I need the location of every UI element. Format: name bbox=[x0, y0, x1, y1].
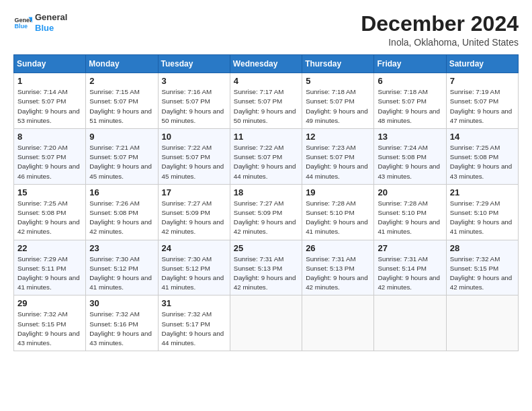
calendar-cell bbox=[302, 295, 374, 351]
day-info: Sunrise: 7:29 AMSunset: 5:11 PMDaylight:… bbox=[17, 255, 82, 293]
day-info: Sunrise: 7:22 AMSunset: 5:07 PMDaylight:… bbox=[162, 143, 226, 181]
calendar-cell: 3Sunrise: 7:16 AMSunset: 5:07 PMDaylight… bbox=[158, 73, 230, 129]
day-number: 31 bbox=[162, 298, 226, 308]
day-info: Sunrise: 7:23 AMSunset: 5:07 PMDaylight:… bbox=[306, 143, 370, 181]
day-info: Sunrise: 7:30 AMSunset: 5:12 PMDaylight:… bbox=[89, 255, 154, 293]
calendar-cell: 25Sunrise: 7:31 AMSunset: 5:13 PMDayligh… bbox=[230, 240, 302, 295]
calendar-cell: 30Sunrise: 7:32 AMSunset: 5:16 PMDayligh… bbox=[86, 295, 158, 351]
calendar-cell bbox=[446, 295, 518, 351]
col-header-sunday: Sunday bbox=[14, 55, 86, 73]
calendar-cell: 20Sunrise: 7:28 AMSunset: 5:10 PMDayligh… bbox=[374, 184, 446, 240]
day-info: Sunrise: 7:27 AMSunset: 5:09 PMDaylight:… bbox=[162, 199, 226, 237]
calendar-week-3: 15Sunrise: 7:25 AMSunset: 5:08 PMDayligh… bbox=[14, 184, 519, 240]
day-info: Sunrise: 7:22 AMSunset: 5:07 PMDaylight:… bbox=[234, 143, 298, 181]
day-number: 9 bbox=[89, 132, 154, 142]
calendar-cell bbox=[374, 295, 446, 351]
calendar-week-1: 1Sunrise: 7:14 AMSunset: 5:07 PMDaylight… bbox=[14, 73, 519, 129]
calendar-header-row: SundayMondayTuesdayWednesdayThursdayFrid… bbox=[14, 55, 519, 73]
calendar-week-2: 8Sunrise: 7:20 AMSunset: 5:07 PMDaylight… bbox=[14, 129, 519, 185]
day-info: Sunrise: 7:25 AMSunset: 5:08 PMDaylight:… bbox=[450, 143, 515, 181]
day-number: 30 bbox=[89, 298, 154, 308]
day-number: 23 bbox=[89, 243, 154, 253]
page-title: December 2024 bbox=[361, 12, 519, 36]
calendar-cell: 8Sunrise: 7:20 AMSunset: 5:07 PMDaylight… bbox=[14, 129, 86, 185]
day-info: Sunrise: 7:25 AMSunset: 5:08 PMDaylight:… bbox=[17, 199, 82, 237]
svg-text:Blue: Blue bbox=[14, 23, 28, 30]
day-number: 4 bbox=[234, 76, 298, 86]
calendar-cell: 9Sunrise: 7:21 AMSunset: 5:07 PMDaylight… bbox=[86, 129, 158, 185]
day-info: Sunrise: 7:15 AMSunset: 5:07 PMDaylight:… bbox=[89, 87, 154, 126]
day-number: 8 bbox=[17, 132, 82, 142]
title-block: December 2024 Inola, Oklahoma, United St… bbox=[361, 12, 519, 48]
calendar-cell: 16Sunrise: 7:26 AMSunset: 5:08 PMDayligh… bbox=[86, 184, 158, 240]
day-info: Sunrise: 7:28 AMSunset: 5:10 PMDaylight:… bbox=[306, 199, 370, 237]
calendar-cell: 15Sunrise: 7:25 AMSunset: 5:08 PMDayligh… bbox=[14, 184, 86, 240]
calendar-cell: 5Sunrise: 7:18 AMSunset: 5:07 PMDaylight… bbox=[302, 73, 374, 129]
day-info: Sunrise: 7:32 AMSunset: 5:15 PMDaylight:… bbox=[450, 255, 515, 293]
day-info: Sunrise: 7:16 AMSunset: 5:07 PMDaylight:… bbox=[162, 87, 226, 126]
col-header-thursday: Thursday bbox=[302, 55, 374, 73]
calendar-cell: 13Sunrise: 7:24 AMSunset: 5:08 PMDayligh… bbox=[374, 129, 446, 185]
day-number: 28 bbox=[450, 243, 515, 253]
calendar-cell: 28Sunrise: 7:32 AMSunset: 5:15 PMDayligh… bbox=[446, 240, 518, 295]
day-number: 3 bbox=[162, 76, 226, 86]
day-number: 27 bbox=[378, 243, 442, 253]
day-number: 16 bbox=[89, 187, 154, 197]
logo-general: General bbox=[35, 12, 67, 23]
calendar-week-4: 22Sunrise: 7:29 AMSunset: 5:11 PMDayligh… bbox=[14, 240, 519, 295]
logo-blue: Blue bbox=[35, 23, 67, 34]
day-info: Sunrise: 7:19 AMSunset: 5:07 PMDaylight:… bbox=[450, 87, 515, 126]
calendar-cell: 1Sunrise: 7:14 AMSunset: 5:07 PMDaylight… bbox=[14, 73, 86, 129]
calendar-cell: 7Sunrise: 7:19 AMSunset: 5:07 PMDaylight… bbox=[446, 73, 518, 129]
day-number: 22 bbox=[17, 243, 82, 253]
calendar-cell: 10Sunrise: 7:22 AMSunset: 5:07 PMDayligh… bbox=[158, 129, 230, 185]
day-info: Sunrise: 7:24 AMSunset: 5:08 PMDaylight:… bbox=[378, 143, 442, 181]
day-info: Sunrise: 7:32 AMSunset: 5:16 PMDaylight:… bbox=[89, 310, 154, 348]
day-info: Sunrise: 7:31 AMSunset: 5:13 PMDaylight:… bbox=[234, 255, 298, 293]
calendar-cell: 24Sunrise: 7:30 AMSunset: 5:12 PMDayligh… bbox=[158, 240, 230, 295]
header: General Blue General Blue December 2024 … bbox=[13, 12, 519, 48]
day-info: Sunrise: 7:28 AMSunset: 5:10 PMDaylight:… bbox=[378, 199, 442, 237]
day-number: 19 bbox=[306, 187, 370, 197]
calendar-cell: 18Sunrise: 7:27 AMSunset: 5:09 PMDayligh… bbox=[230, 184, 302, 240]
calendar-cell: 22Sunrise: 7:29 AMSunset: 5:11 PMDayligh… bbox=[14, 240, 86, 295]
calendar-cell: 27Sunrise: 7:31 AMSunset: 5:14 PMDayligh… bbox=[374, 240, 446, 295]
day-number: 20 bbox=[378, 187, 442, 197]
day-info: Sunrise: 7:14 AMSunset: 5:07 PMDaylight:… bbox=[17, 87, 82, 126]
col-header-wednesday: Wednesday bbox=[230, 55, 302, 73]
col-header-monday: Monday bbox=[86, 55, 158, 73]
calendar-cell: 19Sunrise: 7:28 AMSunset: 5:10 PMDayligh… bbox=[302, 184, 374, 240]
calendar-cell: 4Sunrise: 7:17 AMSunset: 5:07 PMDaylight… bbox=[230, 73, 302, 129]
day-info: Sunrise: 7:26 AMSunset: 5:08 PMDaylight:… bbox=[89, 199, 154, 237]
day-info: Sunrise: 7:31 AMSunset: 5:14 PMDaylight:… bbox=[378, 255, 442, 293]
calendar-cell: 29Sunrise: 7:32 AMSunset: 5:15 PMDayligh… bbox=[14, 295, 86, 351]
day-number: 26 bbox=[306, 243, 370, 253]
day-number: 18 bbox=[234, 187, 298, 197]
calendar-cell: 17Sunrise: 7:27 AMSunset: 5:09 PMDayligh… bbox=[158, 184, 230, 240]
calendar-cell: 11Sunrise: 7:22 AMSunset: 5:07 PMDayligh… bbox=[230, 129, 302, 185]
day-number: 11 bbox=[234, 132, 298, 142]
day-number: 6 bbox=[378, 76, 442, 86]
page-subtitle: Inola, Oklahoma, United States bbox=[361, 37, 519, 48]
col-header-saturday: Saturday bbox=[446, 55, 518, 73]
day-number: 15 bbox=[17, 187, 82, 197]
day-number: 12 bbox=[306, 132, 370, 142]
logo: General Blue General Blue bbox=[13, 12, 67, 33]
calendar-table: SundayMondayTuesdayWednesdayThursdayFrid… bbox=[13, 54, 519, 351]
calendar-cell: 14Sunrise: 7:25 AMSunset: 5:08 PMDayligh… bbox=[446, 129, 518, 185]
day-number: 10 bbox=[162, 132, 226, 142]
day-number: 7 bbox=[450, 76, 515, 86]
day-info: Sunrise: 7:21 AMSunset: 5:07 PMDaylight:… bbox=[89, 143, 154, 181]
calendar-cell: 21Sunrise: 7:29 AMSunset: 5:10 PMDayligh… bbox=[446, 184, 518, 240]
day-number: 21 bbox=[450, 187, 515, 197]
calendar-week-5: 29Sunrise: 7:32 AMSunset: 5:15 PMDayligh… bbox=[14, 295, 519, 351]
calendar-cell: 26Sunrise: 7:31 AMSunset: 5:13 PMDayligh… bbox=[302, 240, 374, 295]
day-number: 5 bbox=[306, 76, 370, 86]
day-number: 24 bbox=[162, 243, 226, 253]
calendar-cell: 6Sunrise: 7:18 AMSunset: 5:07 PMDaylight… bbox=[374, 73, 446, 129]
day-number: 14 bbox=[450, 132, 515, 142]
calendar-cell: 31Sunrise: 7:32 AMSunset: 5:17 PMDayligh… bbox=[158, 295, 230, 351]
day-info: Sunrise: 7:32 AMSunset: 5:15 PMDaylight:… bbox=[17, 310, 82, 348]
day-info: Sunrise: 7:17 AMSunset: 5:07 PMDaylight:… bbox=[234, 87, 298, 126]
day-info: Sunrise: 7:18 AMSunset: 5:07 PMDaylight:… bbox=[306, 87, 370, 126]
